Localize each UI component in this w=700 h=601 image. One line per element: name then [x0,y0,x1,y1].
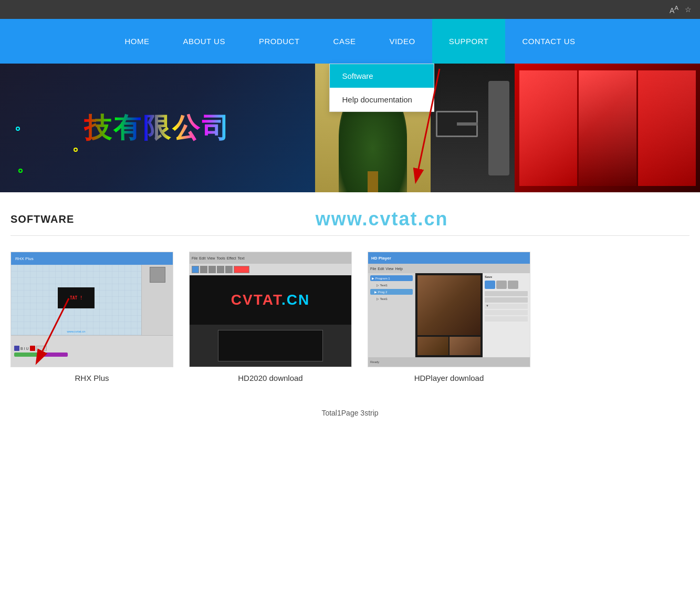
rhx-toolbar-row2 [14,353,170,357]
hdplayer-tree-item2: ▶ Prog 2 [370,289,413,295]
pagination-text: Total1Page 3strip [321,409,378,417]
dot-cyan [16,127,20,131]
software-label-rhx[interactable]: RHX Plus [75,374,109,382]
hero-mount-panel [431,64,515,192]
software-label-hdplayer[interactable]: HDPlayer download [414,374,484,382]
software-card-hd2020[interactable]: FileEditViewToolsEffectText CVTAT.CN [189,252,352,382]
hdplayer-prop-controls [485,281,528,289]
rhx-right-panel [141,265,173,335]
plant-stem [368,171,378,192]
rhx-titlebar: RHX Plus [11,252,173,265]
software-label-hd2020[interactable]: HD2020 download [238,374,302,382]
dropdown-item-help[interactable]: Help documentation [330,88,434,111]
hdplayer-menubar: File Edit View Help [368,264,530,273]
section-watermark: www.cvtat.cn [74,208,689,230]
hero-right-panel [515,64,700,192]
hdplayer-tree-item1: ▶ Program 1 [370,275,413,281]
dot-yellow [74,148,78,152]
nav-item-product[interactable]: PRODUCT [242,19,317,64]
rhx-url-watermark: www.cvtat.cn [67,330,85,333]
navigation: HOME ABOUT US PRODUCT CASE VIDEO SUPPORT… [0,19,700,64]
browser-bar: AA ☆ [0,0,700,19]
hdplayer-main-preview [417,275,480,335]
hdplayer-ctrl2 [496,281,507,289]
section-header: SOFTWARE www.cvtat.cn [11,192,689,236]
hdplayer-statusbar: Ready [368,357,530,367]
dot-green [18,169,23,173]
nav-item-home[interactable]: HOME [108,19,166,64]
dropdown-item-software[interactable]: Software [330,64,434,88]
hero-panels [519,70,696,186]
rhx-preview-screen: TAT ! [58,287,95,308]
software-grid: RHX Plus TAT ! www.cvtat.cn [11,236,689,398]
hdplayer-preview-area [415,273,483,357]
software-thumb-hd2020: FileEditViewToolsEffectText CVTAT.CN [189,252,352,367]
rhx-toolbar-row1: B I U [14,346,170,351]
hdplayer-thumb2 [450,337,480,355]
hdplayer-ctrl1 [485,281,495,289]
hdplayer-ctrl3 [508,281,518,289]
rhx-bottom-bar: B I U [11,335,173,367]
nav-item-case[interactable]: CASE [317,19,373,64]
hdplayer-prop-label: Save [485,275,528,278]
hdplayer-prop-row2 [485,297,528,303]
hdplayer-ui: HD Player File Edit View Help ▶ Program … [368,252,530,367]
hdplayer-thumb-row [417,337,480,355]
content-area: SOFTWARE www.cvtat.cn RHX Plus TAT ! [0,192,700,438]
hero-chinese-text: 技有限公司 [84,110,231,147]
hero-panel-1 [519,70,577,186]
hdplayer-tree: ▶ Program 1 ▷ Text1 ▶ Prog 2 ▷ Text1 [368,273,415,357]
monitor-arm-bar [457,122,478,126]
nav-item-video[interactable]: VIDEO [372,19,432,64]
nav-item-support[interactable]: SUPPORT [432,19,506,64]
nav-items: HOME ABOUT US PRODUCT CASE VIDEO SUPPORT… [108,19,592,64]
hdplayer-main-area: ▶ Program 1 ▷ Text1 ▶ Prog 2 ▷ Text1 [368,273,530,357]
bookmark-icon[interactable]: ☆ [685,5,692,14]
hero-panel-3 [638,70,696,186]
software-card-hdplayer[interactable]: HD Player File Edit View Help ▶ Program … [368,252,530,382]
hdplayer-dropdown1: ▼ [485,304,528,309]
hdplayer-properties: Save ▼ [483,273,530,357]
hdplayer-prop-row4 [485,316,528,322]
hdplayer-titlebar: HD Player [368,252,530,264]
hd2020-preview-screen [218,330,323,361]
rhx-canvas: TAT ! www.cvtat.cn [11,265,141,335]
hdplayer-tree-sub2: ▷ Text1 [370,296,413,302]
hdplayer-thumb1 [417,337,448,355]
dropdown-menu: Software Help documentation [329,64,434,112]
hdplayer-titlebar-text: HD Player [371,256,391,261]
font-size-icon[interactable]: AA [670,4,678,15]
hdplayer-tree-sub1: ▷ Text1 [370,282,413,288]
hd2020-bottom-panel [190,325,351,367]
hero-left-panel: 技有限公司 [0,64,315,192]
nav-item-about[interactable]: ABOUT US [166,19,242,64]
software-card-rhx[interactable]: RHX Plus TAT ! www.cvtat.cn [11,252,173,382]
hd2020-toolbar [190,264,351,275]
software-thumb-hdplayer: HD Player File Edit View Help ▶ Program … [368,252,530,367]
hd2020-menubar: FileEditViewToolsEffectText [190,252,351,264]
pagination: Total1Page 3strip [11,398,689,438]
hd2020-main-canvas: CVTAT.CN [190,275,351,325]
hero-panel-2 [579,70,636,186]
section-title: SOFTWARE [11,213,74,225]
hd2020-ui: FileEditViewToolsEffectText CVTAT.CN [190,252,351,367]
hdplayer-prop-row3 [485,310,528,315]
software-thumb-rhx: RHX Plus TAT ! www.cvtat.cn [11,252,173,367]
wall-mount [488,81,509,175]
support-dropdown: Software Help documentation [329,64,434,112]
nav-item-contact[interactable]: CONTACT US [505,19,592,64]
hdplayer-prop-row1 [485,291,528,296]
rhx-panel-item [150,267,165,283]
